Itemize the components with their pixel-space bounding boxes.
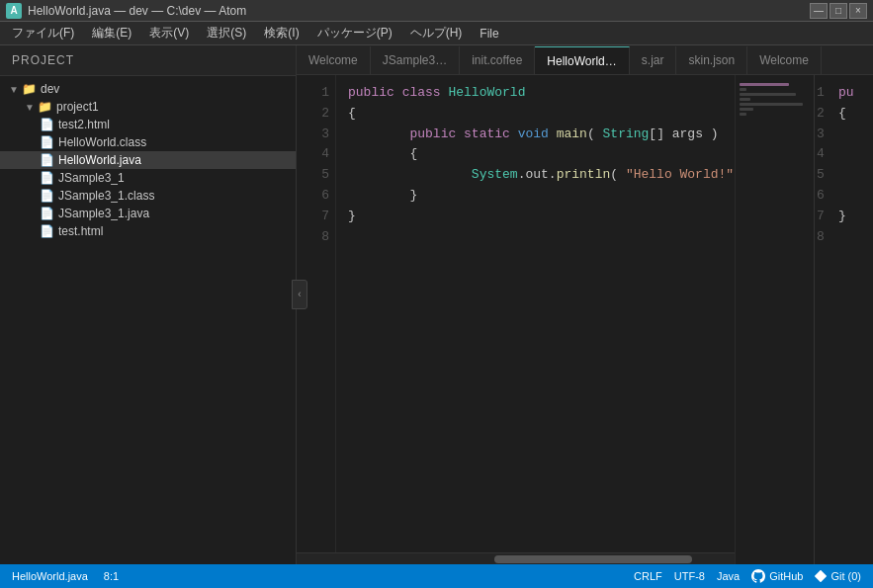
sidebar-item-jsample31class[interactable]: 📄 JSample3_1.class — [0, 187, 296, 205]
right-panel-inner: 1 2 3 4 5 6 7 8 pu { } — [815, 75, 873, 564]
minimize-button[interactable]: — — [810, 3, 828, 19]
sidebar: Project ▼ 📁 dev ▼ 📁 project1 📄 test2.htm… — [0, 45, 297, 564]
menu-select[interactable]: 選択(S) — [199, 23, 254, 43]
menu-edit[interactable]: 編集(E) — [84, 23, 139, 43]
tab-label-initcoffee: init.coffee — [472, 53, 522, 67]
close-button[interactable]: × — [849, 3, 867, 19]
minimap — [735, 75, 814, 564]
status-filename: HelloWorld.java — [12, 570, 88, 582]
minimap-line-3 — [740, 93, 796, 96]
scrollbar-thumb — [494, 555, 692, 563]
minimap-line-2 — [740, 88, 746, 91]
tab-skinjson[interactable]: skin.json — [676, 46, 747, 74]
tab-label-helloworldjava: HelloWorld… — [547, 54, 616, 68]
title-text: HelloWorld.java — dev — C:\dev — Atom — [28, 4, 246, 18]
menu-packages[interactable]: パッケージ(P) — [309, 23, 400, 43]
github-icon — [751, 569, 765, 583]
collapse-sidebar-button[interactable]: ‹ — [292, 280, 307, 309]
folder-icon-project1: 📁 — [38, 100, 52, 114]
minimap-line-4 — [740, 98, 750, 101]
editor-container: 1 2 3 4 5 6 7 8 public class HelloWorld … — [297, 75, 873, 564]
right-panel: 1 2 3 4 5 6 7 8 pu { } — [814, 75, 873, 564]
git-icon — [815, 570, 827, 582]
editor-section: Welcome JSample3… init.coffee HelloWorld… — [297, 45, 873, 564]
sidebar-item-label-dev: dev — [41, 82, 59, 96]
sidebar-item-label-testhtml: test.html — [58, 224, 103, 238]
app-icon: A — [6, 3, 22, 19]
status-line-ending[interactable]: CRLF — [634, 570, 662, 582]
tab-initcoffee[interactable]: init.coffee — [460, 46, 535, 74]
sidebar-item-label-jsample31class: JSample3_1.class — [58, 189, 154, 203]
status-language[interactable]: Java — [717, 570, 740, 582]
minimap-line-1 — [740, 83, 789, 86]
editor-main: 1 2 3 4 5 6 7 8 public class HelloWorld … — [297, 75, 735, 564]
file-icon-jsample31: 📄 — [40, 171, 54, 185]
tab-label-welcome2: Welcome — [759, 53, 809, 67]
menu-view[interactable]: 表示(V) — [141, 23, 197, 43]
tree-toggle-project1: ▼ — [24, 102, 36, 113]
status-position: 8:1 — [104, 570, 119, 582]
right-panel-code[interactable]: pu { } — [834, 75, 873, 564]
sidebar-item-helloworldjava[interactable]: 📄 HelloWorld.java — [0, 151, 296, 169]
tab-helloworldjava[interactable]: HelloWorld… — [535, 46, 629, 74]
line-numbers: 1 2 3 4 5 6 7 8 — [297, 75, 336, 552]
maximize-button[interactable]: □ — [829, 3, 847, 19]
minimap-content — [736, 75, 814, 130]
menu-file2[interactable]: File — [472, 25, 506, 42]
status-bar-right: CRLF UTF-8 Java GitHub Git (0) — [634, 569, 861, 583]
sidebar-item-label-jsample31: JSample3_1 — [58, 171, 125, 185]
title-bar: A HelloWorld.java — dev — C:\dev — Atom … — [0, 0, 873, 22]
status-bar: HelloWorld.java 8:1 CRLF UTF-8 Java GitH… — [0, 564, 873, 588]
folder-icon-dev: 📁 — [22, 82, 37, 96]
minimap-line-7 — [740, 113, 746, 116]
sidebar-item-jsample31java[interactable]: 📄 JSample3_1.java — [0, 205, 296, 222]
file-icon-test2html: 📄 — [40, 118, 54, 131]
minimap-line-5 — [740, 103, 803, 106]
tabs-bar: Welcome JSample3… init.coffee HelloWorld… — [297, 45, 873, 75]
file-icon-jsample31java: 📄 — [40, 207, 54, 220]
sidebar-item-project1[interactable]: ▼ 📁 project1 — [0, 98, 296, 116]
menu-bar: ファイル(F) 編集(E) 表示(V) 選択(S) 検索(I) パッケージ(P)… — [0, 22, 873, 45]
status-git[interactable]: Git (0) — [815, 570, 861, 582]
tree-toggle-dev: ▼ — [8, 84, 20, 95]
menu-find[interactable]: 検索(I) — [256, 23, 306, 43]
tab-label-jsample3: JSample3… — [383, 53, 447, 67]
sidebar-item-label-jsample31java: JSample3_1.java — [58, 207, 149, 220]
github-label: GitHub — [769, 570, 803, 582]
git-label: Git (0) — [830, 570, 861, 582]
tab-label-sjar: s.jar — [642, 53, 664, 67]
sidebar-item-label-helloworldjava: HelloWorld.java — [58, 153, 141, 167]
sidebar-item-test2html[interactable]: 📄 test2.html — [0, 116, 296, 133]
code-area[interactable]: 1 2 3 4 5 6 7 8 public class HelloWorld … — [297, 75, 735, 552]
sidebar-item-jsample31[interactable]: 📄 JSample3_1 — [0, 169, 296, 187]
tab-label-welcome: Welcome — [308, 53, 358, 67]
tab-sjar[interactable]: s.jar — [630, 46, 677, 74]
tab-jsample3[interactable]: JSample3… — [371, 46, 460, 74]
code-content[interactable]: public class HelloWorld { public static … — [336, 75, 735, 552]
tab-welcome2[interactable]: Welcome — [747, 46, 822, 74]
main-area: Project ▼ 📁 dev ▼ 📁 project1 📄 test2.htm… — [0, 45, 873, 564]
file-icon-helloworldclass: 📄 — [40, 135, 54, 149]
file-icon-helloworldjava: 📄 — [40, 153, 54, 167]
sidebar-item-testhtml[interactable]: 📄 test.html — [0, 222, 296, 240]
menu-help[interactable]: ヘルプ(H) — [402, 23, 471, 43]
sidebar-item-label-project1: project1 — [56, 100, 99, 114]
sidebar-item-label-test2html: test2.html — [58, 118, 110, 131]
status-github[interactable]: GitHub — [751, 569, 803, 583]
tab-label-skinjson: skin.json — [688, 53, 735, 67]
sidebar-item-label-helloworldclass: HelloWorld.class — [58, 135, 146, 149]
horizontal-scrollbar[interactable] — [297, 552, 735, 564]
sidebar-tree: ▼ 📁 dev ▼ 📁 project1 📄 test2.html 📄 Hell… — [0, 76, 296, 564]
sidebar-item-helloworldclass[interactable]: 📄 HelloWorld.class — [0, 133, 296, 151]
file-icon-testhtml: 📄 — [40, 224, 54, 238]
tab-welcome[interactable]: Welcome — [297, 46, 371, 74]
status-bar-left: HelloWorld.java 8:1 — [12, 570, 618, 582]
menu-file[interactable]: ファイル(F) — [4, 23, 82, 43]
right-line-numbers: 1 2 3 4 5 6 7 8 — [815, 75, 834, 564]
title-controls: — □ × — [810, 3, 867, 19]
minimap-line-6 — [740, 108, 753, 111]
title-bar-left: A HelloWorld.java — dev — C:\dev — Atom — [6, 3, 246, 19]
status-encoding[interactable]: UTF-8 — [674, 570, 705, 582]
sidebar-header: Project — [0, 45, 296, 76]
sidebar-item-dev[interactable]: ▼ 📁 dev — [0, 80, 296, 98]
